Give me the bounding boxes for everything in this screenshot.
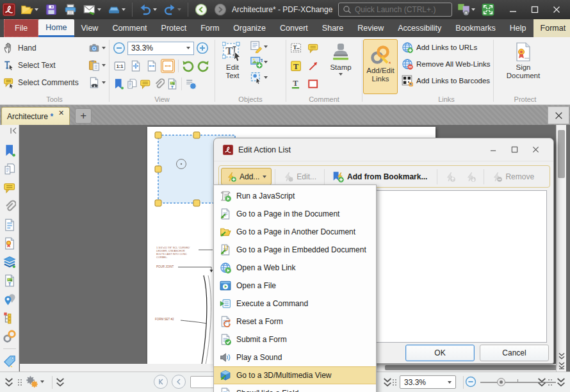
fit-page-button[interactable] [129,59,143,73]
close-document-button[interactable] [548,106,569,124]
add-links-to-barcodes-button[interactable]: Add Links to Barcodes [400,72,493,89]
menu-item-execute-a-command[interactable]: Execute a Command [214,295,376,313]
add-image-button[interactable]: T [250,56,268,69]
menu-tab-form[interactable]: Form [193,19,226,37]
sidebar-thumbnails-icon[interactable] [3,163,16,176]
menu-item-go-to-a-3d-multimedia-view[interactable]: Go to a 3D/Multimedia View [214,366,376,384]
menu-item-reset-a-form[interactable]: Reset a Form [214,313,376,331]
menu-tab-format[interactable]: Format [533,19,570,37]
menu-tab-view[interactable]: View [74,19,106,37]
close-button[interactable] [546,1,567,18]
attachments-pane-icon[interactable] [153,78,165,90]
typewriter-button[interactable]: T [288,40,304,56]
fullscreen-button[interactable] [480,2,496,17]
sidebar-named-dest-icon[interactable] [3,311,16,324]
statusbar-expand-icon[interactable] [55,377,65,388]
save-button[interactable] [44,2,59,17]
select-objects-button[interactable] [250,71,268,84]
sidebar-comments-icon[interactable] [3,181,16,194]
rotate-cw-icon[interactable] [197,60,209,72]
highlight-button[interactable]: T [288,58,304,74]
sidebar-fields-doc-icon[interactable] [3,218,16,231]
new-tab-button[interactable]: + [75,108,92,124]
sidebar-attachments-icon[interactable] [3,200,16,213]
scan-button[interactable] [106,2,127,17]
statusbar-expand-left-icon[interactable] [4,377,14,388]
zoom-in-icon[interactable] [196,42,209,54]
zoom-out-icon[interactable] [113,42,126,54]
menu-item-go-to-a-page-in-the-document[interactable]: Go to a Page in the Document [214,205,376,223]
cancel-button[interactable]: Cancel [480,345,549,361]
dialog-minimize-icon[interactable] [490,146,497,153]
tab-close-icon[interactable]: ✕ [58,110,64,117]
scroll-end-icon[interactable] [558,362,566,370]
dialog-titlebar[interactable]: Edit Action List [214,138,553,161]
horizontal-scrollbar-thumb[interactable] [385,365,560,370]
content-pane-icon[interactable]: T [167,78,178,90]
menu-tab-convert[interactable]: Convert [273,19,315,37]
quick-launch[interactable] [338,3,452,17]
rectangle-button[interactable] [305,76,321,92]
sidebar-layers-icon[interactable] [3,256,16,268]
menu-tab-help[interactable]: Help [503,19,533,37]
menu-item-run-a-javascript[interactable]: Run a JavaScript [214,187,376,205]
add-from-bookmark-button[interactable]: Add from Bookmark... [328,168,432,185]
menu-item-go-to-a-page-in-embedded-document[interactable]: Go to a Page in Embedded Document [214,241,376,259]
quick-launch-input[interactable] [355,5,444,14]
pane-options-icon[interactable] [185,78,197,90]
collapse-sidebar-icon[interactable] [9,126,18,135]
underline-button[interactable]: T [288,76,304,92]
sidebar-destinations-icon[interactable] [3,293,16,306]
menu-item-show-hide-a-field[interactable]: Show/Hide a Field [214,384,376,392]
fit-width-button[interactable] [145,59,159,73]
edit-objects-button[interactable] [250,40,268,53]
comments-pane-icon[interactable] [140,78,151,90]
first-page-button[interactable] [154,375,168,389]
open-button[interactable] [19,2,40,17]
vertical-scrollbar-thumb[interactable] [558,130,565,178]
sidebar-signatures-doc-icon[interactable] [3,237,16,250]
thumbnails-pane-icon[interactable] [126,78,138,90]
menu-item-open-a-web-link[interactable]: Open a Web Link [214,259,376,277]
zoom-combo[interactable]: 33.3% [127,42,194,55]
paste-icon[interactable] [88,60,100,71]
document-tab[interactable]: Architecture * ✕ [1,107,70,125]
hand-tool[interactable]: Hand [0,39,109,56]
sticky-note-button[interactable] [305,40,321,56]
menu-tab-comment[interactable]: Comment [105,19,154,37]
dialog-close-icon[interactable] [532,146,539,153]
add-edit-links-button[interactable]: Add/Edit Links [363,39,398,94]
menu-tab-file[interactable]: File [4,19,38,37]
sidebar-links-chain-icon[interactable] [3,330,16,343]
menu-tab-review[interactable]: Review [350,19,391,37]
previous-page-button[interactable] [172,375,186,389]
dialog-maximize-icon[interactable] [511,146,518,153]
select-comments-tool[interactable]: Select Comments [0,74,109,91]
edit-action-button[interactable]: Edit... [279,168,321,185]
select-text-tool[interactable]: Select Text [0,56,109,74]
menu-item-open-a-file[interactable]: Open a File [214,277,376,295]
move-action-down-button[interactable] [461,168,480,185]
minimize-button[interactable] [502,1,524,18]
add-links-to-urls-button[interactable]: Add Links to URLs [400,39,493,56]
rotate-ccw-icon[interactable] [182,60,195,72]
statusbar-expand-right-icon[interactable] [537,377,547,388]
zoom-slider-handle[interactable] [497,378,505,386]
undo-button[interactable] [138,2,158,17]
sidebar-content-icon[interactable]: T [3,274,16,287]
search-comments-icon[interactable] [88,77,100,88]
redo-button[interactable] [162,2,183,17]
statusbar-options-button[interactable] [26,375,44,388]
remove-all-web-links-button[interactable]: Remove All Web-Links [400,56,493,72]
zoom-out-statusbar-button[interactable] [465,376,476,388]
snapshot-icon[interactable] [88,42,100,54]
history-back-button[interactable] [193,2,209,17]
actual-size-button[interactable]: 1:1 [113,59,127,73]
ui-options-button[interactable] [456,2,476,17]
menu-item-play-a-sound[interactable]: Play a Sound [214,348,376,366]
menu-tab-accessibility[interactable]: Accessibility [391,19,448,37]
fit-visible-button[interactable] [161,59,175,73]
vertical-scrollbar[interactable] [556,125,566,372]
menu-tab-organize[interactable]: Organize [226,19,273,37]
arrow-button[interactable] [305,58,321,74]
